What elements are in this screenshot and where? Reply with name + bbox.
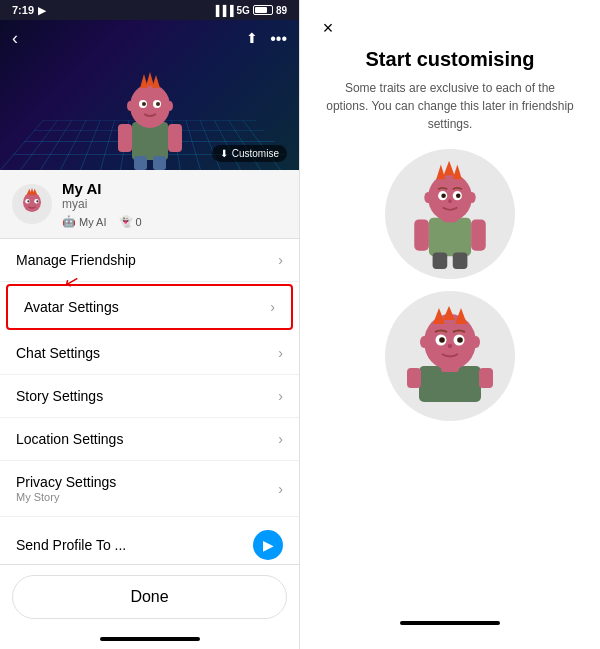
profile-text: My AI myai 🤖 My AI 👻 0 (62, 180, 287, 228)
svg-marker-33 (436, 165, 445, 180)
chevron-icon: › (278, 388, 283, 404)
svg-point-40 (448, 199, 452, 203)
hero-avatar-large (110, 70, 190, 160)
svg-point-54 (457, 337, 463, 343)
menu-item-story-settings[interactable]: Story Settings › (0, 375, 299, 418)
menu-item-content: Avatar Settings (24, 299, 119, 315)
menu-item-label: Location Settings (16, 431, 123, 447)
avatar-options (316, 149, 584, 605)
svg-rect-28 (453, 253, 468, 270)
done-section: Done (0, 564, 299, 629)
menu-item-label: Manage Friendship (16, 252, 136, 268)
svg-marker-34 (444, 161, 455, 176)
menu-item-avatar-settings[interactable]: Avatar Settings › (6, 284, 293, 330)
menu-item-privacy-settings[interactable]: Privacy Settings My Story › (0, 461, 299, 517)
more-icon[interactable]: ••• (270, 30, 287, 48)
send-icon: ▶ (263, 537, 274, 553)
network-label: 5G (237, 5, 250, 16)
avatar-option-full-body[interactable] (385, 149, 515, 279)
svg-rect-42 (407, 368, 421, 388)
ai-icon: 🤖 (62, 215, 76, 228)
svg-rect-3 (134, 156, 147, 170)
menu-item-location-settings[interactable]: Location Settings › (0, 418, 299, 461)
svg-rect-1 (118, 124, 132, 152)
svg-point-15 (167, 101, 173, 111)
profile-username: myai (62, 197, 287, 211)
profile-hero: ‹ ⬆ ••• (0, 20, 299, 170)
time-label: 7:19 (12, 4, 34, 16)
home-bar-right (400, 621, 500, 625)
menu-item-content: Manage Friendship (16, 252, 136, 268)
score-icon: 👻 (119, 215, 133, 228)
svg-point-39 (456, 193, 461, 198)
menu-item-content: Location Settings (16, 431, 123, 447)
customise-icon: ⬇ (220, 148, 228, 159)
svg-point-30 (428, 174, 472, 222)
status-bar: 7:19 ▶ ▐▐▐ 5G 89 (0, 0, 299, 20)
my-ai-stat: 🤖 My AI (62, 215, 107, 228)
svg-point-38 (441, 193, 446, 198)
svg-point-32 (468, 192, 475, 203)
location-icon: ▶ (38, 5, 46, 16)
customise-label: Customise (232, 148, 279, 159)
chevron-icon: › (278, 481, 283, 497)
svg-rect-2 (168, 124, 182, 152)
left-panel: 7:19 ▶ ▐▐▐ 5G 89 ‹ ⬆ ••• (0, 0, 300, 649)
score-value: 0 (136, 216, 142, 228)
svg-rect-24 (429, 218, 471, 256)
svg-point-53 (439, 337, 445, 343)
menu-item-sublabel: My Story (16, 491, 116, 503)
svg-point-6 (130, 84, 170, 128)
svg-point-55 (448, 344, 452, 348)
done-button[interactable]: Done (12, 575, 287, 619)
profile-small-avatar (12, 184, 52, 224)
customise-badge[interactable]: ⬇ Customise (212, 145, 287, 162)
menu-item-content: Story Settings (16, 388, 103, 404)
svg-marker-35 (453, 165, 462, 180)
svg-point-47 (472, 336, 480, 348)
right-panel: × Start customising Some traits are excl… (300, 0, 600, 649)
menu-item-label: Story Settings (16, 388, 103, 404)
score-stat: 👻 0 (119, 215, 142, 228)
home-indicator (0, 629, 299, 649)
customise-subtitle: Some traits are exclusive to each of the… (316, 79, 584, 133)
svg-marker-8 (146, 72, 154, 86)
home-bar (100, 637, 200, 641)
svg-point-23 (36, 200, 38, 202)
battery-icon (253, 5, 273, 15)
close-button[interactable]: × (316, 16, 340, 40)
my-ai-label: My AI (79, 216, 107, 228)
battery-level: 89 (276, 5, 287, 16)
chevron-icon: › (270, 299, 275, 315)
svg-point-45 (424, 314, 476, 370)
profile-info: My AI myai 🤖 My AI 👻 0 (0, 170, 299, 239)
svg-point-14 (127, 101, 133, 111)
svg-point-12 (142, 102, 146, 106)
send-profile-button[interactable]: ▶ (253, 530, 283, 560)
status-right: ▐▐▐ 5G 89 (212, 5, 287, 16)
svg-rect-43 (479, 368, 493, 388)
menu-item-label: Send Profile To ... (16, 537, 126, 553)
menu-item-chat-settings[interactable]: Chat Settings › (0, 332, 299, 375)
hero-nav-icons: ⬆ ••• (246, 30, 287, 48)
chevron-icon: › (278, 345, 283, 361)
share-icon[interactable]: ⬆ (246, 30, 258, 48)
profile-name: My AI (62, 180, 287, 197)
back-icon[interactable]: ‹ (12, 28, 18, 49)
menu-item-label: Avatar Settings (24, 299, 119, 315)
menu-list: Manage Friendship › ↙ Avatar Settings › … (0, 239, 299, 564)
home-indicator-right (316, 613, 584, 633)
signal-bars: ▐▐▐ (212, 5, 233, 16)
customise-title: Start customising (316, 48, 584, 71)
chevron-icon: › (278, 252, 283, 268)
menu-item-send-profile[interactable]: Send Profile To ... ▶ (0, 517, 299, 564)
menu-item-manage-friendship[interactable]: Manage Friendship › (0, 239, 299, 282)
menu-item-label: Chat Settings (16, 345, 100, 361)
battery-fill (255, 7, 267, 13)
status-left: 7:19 ▶ (12, 4, 46, 16)
profile-stats: 🤖 My AI 👻 0 (62, 215, 287, 228)
menu-item-label: Privacy Settings (16, 474, 116, 490)
svg-rect-4 (153, 156, 166, 170)
avatar-option-bust[interactable] (385, 291, 515, 421)
menu-item-content: Privacy Settings My Story (16, 474, 116, 503)
